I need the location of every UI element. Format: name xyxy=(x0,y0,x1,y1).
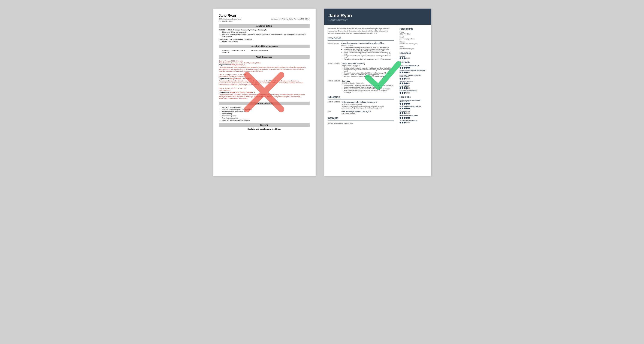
dot xyxy=(408,122,410,123)
right-title: Executive Secretary xyxy=(328,19,427,21)
exp-date-3: 2005-11 - 2011-03 xyxy=(328,80,340,93)
dot xyxy=(400,83,401,84)
exp-job-2: Senior Executive Secretary xyxy=(342,63,394,65)
left-name: Jane Ryan xyxy=(219,14,310,18)
dot xyxy=(406,87,408,89)
dot xyxy=(400,67,401,69)
left-header: Jane Ryan E-Mail: jane.ryan@gmail.com Te… xyxy=(219,14,310,22)
dot xyxy=(400,122,401,123)
skill-3: Bookkeeping xyxy=(222,113,310,115)
exp-1-b1: Developed procedures to more efficiently… xyxy=(344,49,394,52)
work-org-label-2: Organization: xyxy=(219,78,230,80)
interests-section-title: Interests xyxy=(219,123,310,127)
work-item-1: Date of Joining: 2013-05 to now Post: Ex… xyxy=(219,60,310,72)
linkedin-value: linkedin.com/in/janeryan xyxy=(400,43,429,45)
dot xyxy=(400,78,401,80)
exp-3-b2: Booked all meetings, conferences and tra… xyxy=(344,88,394,90)
tech-skills: MS Office, Word processing – xyxy=(222,49,245,51)
dot xyxy=(402,72,404,73)
dot xyxy=(408,112,410,114)
main-column: Professional executive secretary with 10… xyxy=(324,25,397,129)
hard-skill-3: MICROSOFT OFFICE SUITE xyxy=(400,115,429,119)
soft-skill-1: PROFESSIONALISM AND DISCRETION xyxy=(400,70,429,73)
exp-company-1: KPMG, Chicago, IL xyxy=(341,44,394,46)
dot xyxy=(400,92,401,94)
soft-skill-dots-5 xyxy=(400,92,429,94)
dot xyxy=(408,83,410,84)
hard-skill-name-0: OFFICE ADMINISTRATION AND MANAGEMENT xyxy=(400,100,429,103)
soft-skill-dots-4 xyxy=(400,87,429,89)
soft-skills-title: Soft Skills xyxy=(400,61,429,64)
work-date-label-3: Date of Joining: xyxy=(219,88,231,89)
dot xyxy=(402,67,404,69)
dot xyxy=(400,108,401,109)
dot xyxy=(408,117,410,119)
dot xyxy=(406,112,408,114)
dot xyxy=(400,72,401,73)
work-date-label-1: Date of Joining: xyxy=(219,60,231,62)
soft-skill-2: ACCURACY AND INFORMATION PROCESSING xyxy=(400,74,429,80)
work-post-label-2: Post: xyxy=(219,76,222,78)
exp-2-b3: Trained a team of 3 assistants for secre… xyxy=(344,74,394,76)
edu-school-2: Lake View High School, Chicago IL xyxy=(224,38,252,40)
soft-skill-dots-2 xyxy=(400,78,429,80)
exp-1-b4: Trained junior team members to improve w… xyxy=(344,58,394,60)
skill-4: Time management xyxy=(222,115,310,117)
right-interests-section: Interests Cooking and updating my food b… xyxy=(328,117,394,124)
dot xyxy=(408,103,410,105)
dot xyxy=(406,67,408,69)
soft-skill-name-5: RELATIONSHIP BUILDING xyxy=(400,90,429,92)
soft-skill-dots-0 xyxy=(400,67,429,69)
exp-item-1: 2013-05 - present Executive Secretary to… xyxy=(328,42,394,60)
work-org-1: KPMG, Chicago, IL xyxy=(230,64,246,66)
edu-bullet-1-0: Diploma in Office Management xyxy=(222,31,310,33)
personal-info-title: Personal Info xyxy=(400,28,429,30)
hard-skills-title: Hard Skills xyxy=(400,96,429,98)
email-label: E-mail xyxy=(400,36,429,38)
dot xyxy=(408,92,410,94)
exp-2-b0: Maintained administrative support to the… xyxy=(344,67,394,69)
resume-right: Jane Ryan Executive Secretary Profession… xyxy=(324,9,431,176)
right-edu-degree-2: High School Diploma xyxy=(341,113,394,114)
hard-skill-dots-4 xyxy=(400,122,429,123)
exp-3-b0: Spearheaded 3 workflow processes that im… xyxy=(344,85,394,86)
hard-skill-dots-3 xyxy=(400,117,429,119)
dot xyxy=(404,103,406,105)
phone-label: Phone xyxy=(400,31,429,33)
exp-2-b4: Prepared PowerPoint presentations and co… xyxy=(344,76,394,77)
dot xyxy=(400,117,401,119)
dot xyxy=(408,78,410,80)
work-desc-3: The scope of work: Created 3 workflow pr… xyxy=(219,94,305,100)
exp-3-b3: Built monthly PowerPoint presentations a… xyxy=(344,90,394,93)
right-edu-degree-1: Diploma in Office Management xyxy=(342,104,394,105)
dot xyxy=(402,108,404,109)
skill-0: Business communication xyxy=(222,106,310,108)
right-interests: Cooking and updating my food blog. xyxy=(328,122,394,124)
dot xyxy=(404,58,406,59)
dot xyxy=(402,78,404,80)
exp-1-b2: Piloted a calendar management system to … xyxy=(344,52,394,55)
email-value: jane.ryan@gmail.com xyxy=(400,38,429,40)
exp-date-2: 2011-02 - 2013-05 xyxy=(328,63,340,77)
exp-item-2: 2011-02 - 2013-05 Senior Executive Secre… xyxy=(328,63,394,77)
right-edu-extra-1: Business Communication, Data Processing,… xyxy=(342,106,394,109)
right-edu-item-1: 2011-09 - 2012-06 Chicago Community Coll… xyxy=(328,101,394,109)
dot xyxy=(406,58,408,59)
right-edu-date-2: 2006 xyxy=(328,110,339,114)
left-interests: Cooking and updating my food blog. xyxy=(219,128,310,130)
work-org-label-3: Organization: xyxy=(219,91,230,93)
work-post-label-1: Post: xyxy=(219,62,222,64)
right-edu-school-2: Lake View High School, Chicago IL xyxy=(341,110,394,113)
right-edu-date-1: 2011-09 - 2012-06 xyxy=(328,101,340,109)
dot xyxy=(406,117,408,119)
typing-speed: 100WPM xyxy=(219,51,310,53)
edu-item-1: 09.2011-06.2012 - Chicago Community Coll… xyxy=(219,29,310,37)
left-email: E-Mail: jane.ryan@gmail.com xyxy=(219,18,241,20)
dot xyxy=(408,58,410,59)
tech-languages: French (intermediate) xyxy=(251,49,268,51)
work-post-3: Secretary xyxy=(223,89,230,91)
technical-section-title: Technical Skills & Languages xyxy=(219,45,310,48)
dot xyxy=(404,117,406,119)
hard-skill-dots-2 xyxy=(400,112,429,114)
hard-skill-4: TRAVEL ARRANGEMENTS xyxy=(400,120,429,123)
